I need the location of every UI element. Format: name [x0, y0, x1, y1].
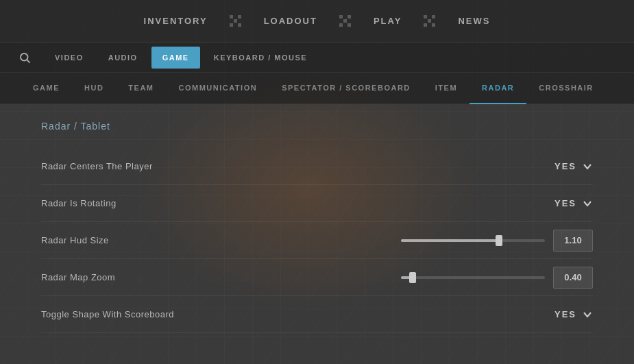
svg-point-0: [21, 53, 28, 61]
settings-nav-video[interactable]: VIDEO: [44, 47, 95, 69]
setting-label-radar-centers-player: Radar Centers The Player: [41, 161, 554, 171]
game-tabs: GAME HUD TEAM COMMUNICATION SPECTATOR / …: [0, 73, 634, 104]
toggle-shape-scoreboard-chevron: [582, 309, 593, 320]
setting-label-radar-is-rotating: Radar Is Rotating: [41, 198, 554, 208]
radar-map-zoom-track[interactable]: [401, 276, 545, 279]
radar-map-zoom-slider-container: 0.40: [401, 267, 593, 289]
nav-news[interactable]: NEWS: [436, 0, 512, 43]
radar-hud-size-value: 1.10: [553, 230, 593, 252]
settings-nav-keyboard-mouse[interactable]: KEYBOARD / MOUSE: [203, 47, 318, 69]
settings-nav-audio[interactable]: AUDIO: [97, 47, 149, 69]
nav-divider-3: [424, 15, 436, 27]
svg-line-1: [27, 60, 29, 62]
tab-item[interactable]: ITEM: [423, 73, 470, 104]
setting-label-toggle-shape-scoreboard: Toggle Shape With Scoreboard: [41, 309, 554, 319]
top-nav: INVENTORY LOADOUT PLAY NEWS: [0, 0, 634, 43]
setting-row-radar-map-zoom: Radar Map Zoom 0.40: [41, 259, 593, 296]
nav-loadout[interactable]: LOADOUT: [242, 0, 339, 43]
tab-radar[interactable]: RADAR: [470, 73, 526, 104]
settings-nav-game[interactable]: GAME: [151, 47, 200, 69]
radar-is-rotating-dropdown[interactable]: YES: [554, 198, 593, 209]
tab-spectator-scoreboard[interactable]: SPECTATOR / SCOREBOARD: [269, 73, 423, 104]
tab-hud[interactable]: HUD: [72, 73, 116, 104]
radar-centers-player-dropdown[interactable]: YES: [554, 161, 593, 172]
toggle-shape-scoreboard-value: YES: [554, 309, 576, 319]
setting-label-radar-hud-size: Radar Hud Size: [41, 235, 401, 245]
radar-map-zoom-thumb[interactable]: [409, 272, 416, 283]
radar-centers-player-chevron: [582, 161, 593, 172]
setting-row-toggle-shape-scoreboard: Toggle Shape With Scoreboard YES: [41, 296, 593, 333]
tab-crosshair[interactable]: CROSSHAIR: [526, 73, 606, 104]
nav-play[interactable]: PLAY: [352, 0, 424, 43]
radar-hud-size-track[interactable]: [401, 239, 545, 242]
tab-team[interactable]: TEAM: [116, 73, 166, 104]
nav-inventory[interactable]: INVENTORY: [122, 0, 230, 43]
setting-label-radar-map-zoom: Radar Map Zoom: [41, 272, 401, 282]
setting-row-radar-centers-player: Radar Centers The Player YES: [41, 148, 593, 185]
content-area: Radar / Tablet Radar Centers The Player …: [0, 104, 634, 347]
toggle-shape-scoreboard-dropdown[interactable]: YES: [554, 309, 593, 320]
page-wrapper: INVENTORY LOADOUT PLAY NEWS VIDEO: [0, 0, 634, 364]
radar-centers-player-value: YES: [554, 161, 576, 171]
settings-nav: VIDEO AUDIO GAME KEYBOARD / MOUSE: [0, 43, 634, 73]
search-button[interactable]: [14, 47, 36, 69]
setting-row-radar-is-rotating: Radar Is Rotating YES: [41, 185, 593, 222]
tab-game[interactable]: GAME: [21, 73, 72, 104]
nav-divider-2: [339, 15, 352, 27]
nav-divider-1: [230, 15, 242, 27]
setting-row-radar-hud-size: Radar Hud Size 1.10: [41, 222, 593, 259]
section-title: Radar / Tablet: [41, 121, 593, 132]
radar-hud-size-fill: [401, 239, 499, 242]
radar-hud-size-thumb[interactable]: [496, 235, 502, 246]
radar-is-rotating-chevron: [582, 198, 593, 209]
radar-is-rotating-value: YES: [554, 198, 576, 208]
settings-list: Radar Centers The Player YES Radar Is Ro…: [41, 148, 593, 333]
radar-hud-size-slider-container: 1.10: [401, 230, 593, 252]
radar-map-zoom-value: 0.40: [553, 267, 593, 289]
tab-communication[interactable]: COMMUNICATION: [167, 73, 270, 104]
